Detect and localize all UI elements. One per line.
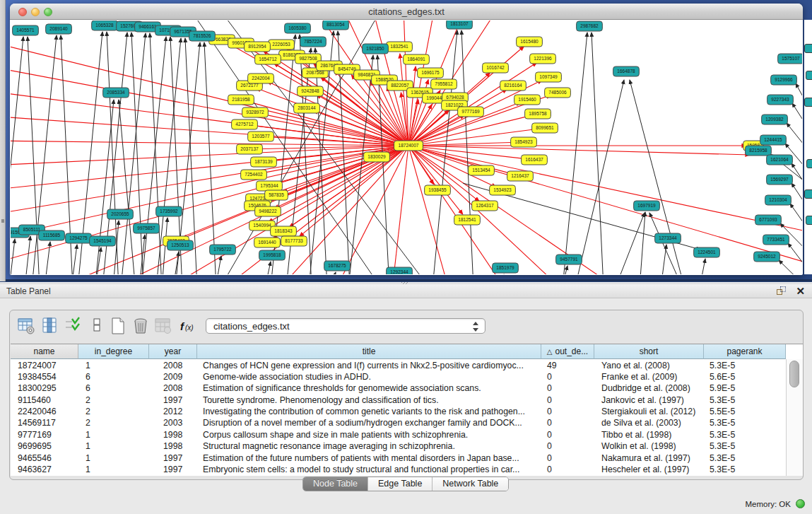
table-row[interactable]: 911546021997Tourette syndrome. Phenomeno… bbox=[11, 394, 786, 405]
new-column-icon[interactable] bbox=[109, 317, 127, 335]
network-node[interactable] bbox=[804, 98, 812, 107]
table-row[interactable]: 969969511998Structural magnetic resonanc… bbox=[11, 440, 786, 452]
network-node[interactable]: 9242848 bbox=[298, 86, 324, 96]
table-row[interactable]: 946362711997Embryonic stem cells: a mode… bbox=[11, 464, 786, 475]
network-node[interactable]: 2037137 bbox=[237, 144, 263, 154]
network-node[interactable]: 1224501 bbox=[694, 247, 720, 257]
network-node[interactable]: 9777169 bbox=[458, 107, 484, 117]
network-node[interactable]: 1292344 bbox=[387, 267, 413, 274]
network-node[interactable]: 4275712 bbox=[232, 119, 258, 129]
table-row[interactable]: 1872400712008Changes of HCN gene express… bbox=[11, 359, 786, 370]
row-selection-icon[interactable] bbox=[88, 317, 106, 335]
scrollbar-thumb[interactable] bbox=[789, 361, 799, 387]
network-node[interactable]: 1873139 bbox=[251, 157, 277, 167]
column-header-title[interactable]: title bbox=[197, 344, 541, 359]
network-node[interactable]: 1616437 bbox=[522, 155, 548, 165]
network-node[interactable]: 1545194 bbox=[90, 236, 116, 246]
network-node[interactable]: 1832541 bbox=[387, 42, 413, 52]
column-header-pagerank[interactable]: pagerank bbox=[704, 344, 786, 359]
network-node[interactable]: 1697919 bbox=[634, 201, 660, 211]
network-node[interactable]: 8216164 bbox=[500, 81, 526, 90]
table-row[interactable]: 2242004622012Investigating the contribut… bbox=[11, 406, 786, 417]
network-node[interactable]: 1938455 bbox=[425, 185, 451, 195]
network-node[interactable]: 1812541 bbox=[454, 215, 481, 225]
table-row[interactable]: 1830029562008Estimation of significance … bbox=[11, 382, 786, 394]
delete-column-icon[interactable] bbox=[131, 317, 150, 335]
column-header-in_degree[interactable]: in_degree bbox=[78, 344, 149, 359]
network-node[interactable]: 1795344 bbox=[257, 181, 283, 191]
network-node[interactable]: 1216437 bbox=[507, 171, 534, 181]
network-node[interactable]: 1854923 bbox=[511, 137, 537, 147]
network-node[interactable]: 1273344 bbox=[655, 233, 681, 243]
network-node[interactable]: 1691440 bbox=[254, 238, 281, 247]
close-panel-icon[interactable]: ✕ bbox=[796, 285, 805, 298]
network-node[interactable]: 1813107 bbox=[447, 21, 473, 29]
network-node[interactable]: 7815526 bbox=[189, 31, 216, 41]
table-row[interactable]: 1456911722003Disruption of a novel membe… bbox=[11, 417, 786, 428]
network-canvas[interactable]: 2672177218195893289724275712120357720371… bbox=[11, 21, 802, 274]
network-node[interactable]: 587835 bbox=[265, 190, 288, 200]
network-node[interactable] bbox=[804, 189, 812, 199]
memory-ok-indicator[interactable] bbox=[796, 499, 805, 508]
column-header-out_de[interactable]: △out_de... bbox=[541, 344, 594, 359]
network-node[interactable]: 9498222 bbox=[255, 206, 281, 216]
float-window-icon[interactable] bbox=[777, 286, 787, 296]
network-node[interactable]: 8099651 bbox=[532, 123, 558, 133]
network-node[interactable]: 1735992 bbox=[156, 206, 182, 216]
network-node[interactable]: 1209382 bbox=[762, 115, 788, 124]
network-node[interactable]: 1097349 bbox=[536, 72, 562, 82]
network-node[interactable]: 2089140 bbox=[46, 24, 72, 34]
network-node[interactable]: 9328972 bbox=[242, 107, 269, 117]
panel-collapse-handle[interactable] bbox=[1, 219, 4, 223]
network-node[interactable]: 7733451 bbox=[763, 235, 789, 245]
network-node[interactable]: 2987682 bbox=[577, 21, 603, 31]
network-node[interactable]: 2085334 bbox=[103, 88, 129, 98]
network-node[interactable]: 1569297 bbox=[767, 175, 793, 185]
network-node[interactable]: 1615480 bbox=[517, 37, 543, 47]
network-node[interactable]: 1210304 bbox=[765, 195, 792, 205]
network-node[interactable]: 1995818 bbox=[259, 250, 286, 260]
network-node[interactable]: 2242004 bbox=[248, 74, 274, 83]
network-node[interactable]: 8215958 bbox=[746, 146, 772, 156]
network-node[interactable]: 8177733 bbox=[281, 236, 307, 246]
network-node[interactable]: 8813054 bbox=[323, 21, 349, 30]
delete-table-icon[interactable] bbox=[154, 317, 172, 335]
network-node[interactable]: 1203577 bbox=[248, 132, 274, 141]
network-node[interactable]: 1795722 bbox=[210, 245, 236, 255]
network-node[interactable]: 7254402 bbox=[241, 170, 267, 180]
network-node[interactable]: 9457791 bbox=[556, 255, 582, 264]
network-node[interactable]: 1221396 bbox=[530, 54, 556, 64]
network-node[interactable]: 2803144 bbox=[294, 103, 320, 113]
function-builder-icon[interactable]: f(x) bbox=[179, 317, 197, 335]
vertical-scrollbar[interactable] bbox=[786, 359, 803, 476]
network-node[interactable]: 1895758 bbox=[525, 109, 551, 119]
network-node[interactable]: 1664878 bbox=[613, 66, 640, 76]
tab-network-table[interactable]: Network Table bbox=[433, 477, 508, 491]
network-node[interactable]: 1534923 bbox=[490, 185, 516, 195]
network-node[interactable]: 1864091 bbox=[404, 54, 430, 64]
network-node[interactable]: 1575107 bbox=[778, 54, 802, 64]
column-visibility-icon[interactable] bbox=[41, 317, 59, 335]
table-selector-dropdown[interactable]: citations_edges.txt bbox=[206, 318, 486, 334]
network-node[interactable]: 9129966 bbox=[771, 75, 797, 85]
network-node[interactable]: 1115685 bbox=[39, 230, 65, 240]
network-node[interactable] bbox=[806, 216, 812, 225]
network-node[interactable]: 8912954 bbox=[245, 42, 271, 52]
network-node[interactable]: 1678275 bbox=[324, 261, 351, 271]
network-node[interactable]: 1294275 bbox=[66, 233, 92, 243]
tab-node-table[interactable]: Node Table bbox=[303, 477, 368, 491]
network-node[interactable]: 7955812 bbox=[431, 79, 457, 89]
network-node[interactable]: 1654712 bbox=[255, 54, 281, 64]
network-node[interactable]: 1851979 bbox=[493, 263, 519, 273]
network-node[interactable]: 9975857 bbox=[134, 223, 160, 233]
network-node[interactable]: 9245012 bbox=[754, 252, 780, 262]
network-node[interactable] bbox=[804, 44, 812, 53]
network-node[interactable]: 18724007 bbox=[394, 141, 423, 151]
network-node[interactable]: 1621064 bbox=[767, 155, 793, 165]
table-row[interactable]: 977716911998Corpus callosum shape and si… bbox=[11, 428, 786, 440]
network-node[interactable]: 6771093 bbox=[755, 215, 782, 225]
network-node[interactable]: 1818343 bbox=[271, 226, 297, 236]
network-node[interactable]: 1016742 bbox=[483, 63, 509, 73]
network-node[interactable] bbox=[806, 159, 812, 168]
network-node[interactable]: 1915460 bbox=[514, 95, 541, 105]
